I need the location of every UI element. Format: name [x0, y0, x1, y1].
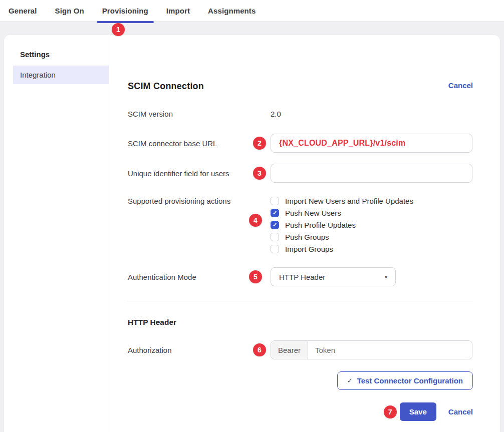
tab-sign-on[interactable]: Sign On	[55, 0, 84, 22]
sidebar-item-integration[interactable]: Integration	[13, 66, 109, 84]
tab-provisioning[interactable]: Provisioning	[102, 0, 148, 22]
provisioning-actions-label: Supported provisioning actions	[128, 197, 271, 257]
base-url-row: SCIM connector base URL 2	[128, 134, 473, 153]
page-title: SCIM Connection	[128, 81, 204, 92]
step-7-badge: 7	[384, 405, 397, 418]
form-footer: 7 Save Cancel	[128, 402, 473, 421]
checkbox-icon[interactable]: ✓	[271, 209, 279, 217]
checkbox-icon[interactable]: ✓	[271, 197, 279, 205]
settings-sidebar: Settings Integration	[4, 35, 109, 432]
provisioning-card: Settings Integration SCIM Connection Can…	[4, 35, 500, 432]
test-connector-button[interactable]: ✓ Test Connector Configuration	[337, 371, 473, 390]
authorization-label: Authorization	[128, 346, 271, 354]
checkbox-push-new-users[interactable]: ✓ Push New Users	[271, 209, 413, 217]
app-tabbar: General Sign On Provisioning Import Assi…	[0, 0, 504, 22]
http-header-heading: HTTP Header	[128, 318, 473, 327]
auth-mode-row: Authentication Mode 5 HTTP Header ▾	[128, 267, 473, 286]
scim-connection-panel: SCIM Connection Cancel SCIM version 2.0 …	[109, 35, 500, 432]
auth-mode-select[interactable]: HTTP Header ▾	[271, 267, 396, 286]
chevron-down-icon: ▾	[385, 274, 387, 280]
authorization-row: Authorization 6 Bearer	[128, 340, 473, 359]
checkbox-import-new-users[interactable]: ✓ Import New Users and Profile Updates	[271, 197, 413, 205]
scim-version-label: SCIM version	[128, 110, 271, 118]
save-button[interactable]: Save	[400, 402, 436, 421]
provisioning-actions-row: Supported provisioning actions 4 ✓ Impor…	[128, 197, 473, 257]
step-2-badge: 2	[253, 137, 266, 150]
unique-id-label: Unique identifier field for users	[128, 169, 271, 178]
checkbox-push-groups[interactable]: ✓ Push Groups	[271, 233, 413, 241]
step-3-badge: 3	[253, 167, 266, 180]
token-input[interactable]	[308, 341, 472, 359]
tab-assignments[interactable]: Assignments	[208, 0, 256, 22]
section-divider	[128, 301, 473, 301]
scim-version-value: 2.0	[271, 110, 281, 118]
sidebar-heading: Settings	[20, 50, 109, 59]
cancel-link-bottom[interactable]: Cancel	[448, 407, 473, 416]
auth-mode-selected-value: HTTP Header	[279, 273, 325, 281]
step-1-badge: 1	[112, 23, 125, 36]
checkbox-icon[interactable]: ✓	[271, 233, 279, 241]
bearer-prefix: Bearer	[271, 341, 308, 359]
authorization-input-group: Bearer	[271, 340, 472, 359]
step-6-badge: 6	[253, 343, 266, 356]
step-4-badge: 4	[249, 214, 262, 227]
unique-id-input[interactable]	[271, 164, 472, 183]
base-url-label: SCIM connector base URL	[128, 139, 271, 148]
cancel-link-top[interactable]: Cancel	[448, 81, 473, 90]
check-icon: ✓	[347, 377, 353, 384]
checkbox-icon[interactable]: ✓	[271, 245, 279, 253]
checkbox-push-profile-updates[interactable]: ✓ Push Profile Updates	[271, 221, 413, 229]
scim-version-row: SCIM version 2.0	[128, 110, 473, 118]
checkbox-icon[interactable]: ✓	[271, 221, 279, 229]
checkbox-import-groups[interactable]: ✓ Import Groups	[271, 245, 413, 253]
tab-import[interactable]: Import	[166, 0, 190, 22]
test-connector-row: ✓ Test Connector Configuration	[128, 371, 473, 390]
base-url-input[interactable]	[271, 134, 472, 153]
tab-general[interactable]: General	[9, 0, 37, 22]
unique-id-row: Unique identifier field for users 3	[128, 164, 473, 183]
step-5-badge: 5	[249, 270, 262, 283]
